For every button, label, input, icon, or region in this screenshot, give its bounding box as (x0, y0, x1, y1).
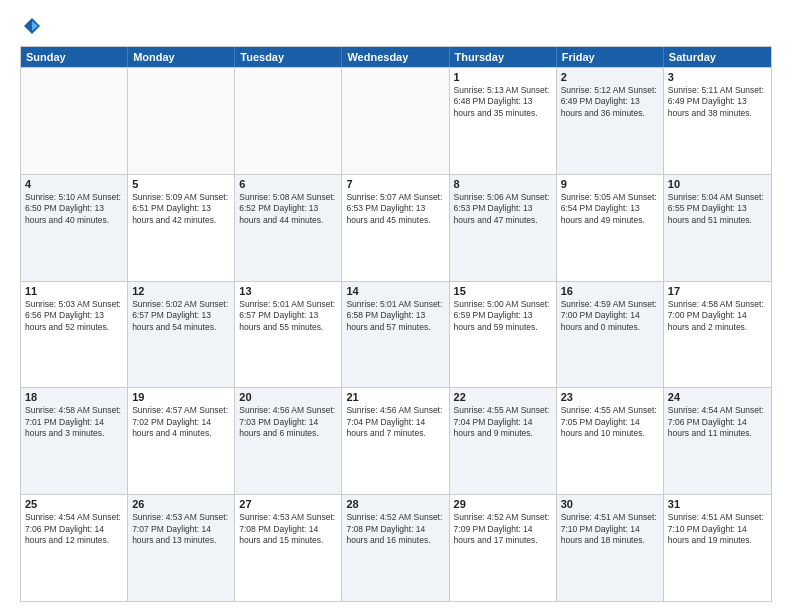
empty-cell-0-0 (21, 68, 128, 174)
empty-cell-0-3 (342, 68, 449, 174)
day-cell-22: 22Sunrise: 4:55 AM Sunset: 7:04 PM Dayli… (450, 388, 557, 494)
day-number: 7 (346, 178, 444, 190)
day-number: 21 (346, 391, 444, 403)
day-cell-30: 30Sunrise: 4:51 AM Sunset: 7:10 PM Dayli… (557, 495, 664, 601)
day-cell-2: 2Sunrise: 5:12 AM Sunset: 6:49 PM Daylig… (557, 68, 664, 174)
day-number: 27 (239, 498, 337, 510)
day-cell-26: 26Sunrise: 4:53 AM Sunset: 7:07 PM Dayli… (128, 495, 235, 601)
weekday-header-tuesday: Tuesday (235, 47, 342, 67)
day-info: Sunrise: 5:02 AM Sunset: 6:57 PM Dayligh… (132, 299, 230, 333)
day-number: 3 (668, 71, 767, 83)
day-info: Sunrise: 4:59 AM Sunset: 7:00 PM Dayligh… (561, 299, 659, 333)
day-cell-13: 13Sunrise: 5:01 AM Sunset: 6:57 PM Dayli… (235, 282, 342, 388)
day-info: Sunrise: 4:58 AM Sunset: 7:01 PM Dayligh… (25, 405, 123, 439)
day-info: Sunrise: 5:01 AM Sunset: 6:58 PM Dayligh… (346, 299, 444, 333)
day-number: 9 (561, 178, 659, 190)
day-cell-24: 24Sunrise: 4:54 AM Sunset: 7:06 PM Dayli… (664, 388, 771, 494)
day-number: 20 (239, 391, 337, 403)
weekday-header-sunday: Sunday (21, 47, 128, 67)
day-info: Sunrise: 4:55 AM Sunset: 7:04 PM Dayligh… (454, 405, 552, 439)
day-cell-18: 18Sunrise: 4:58 AM Sunset: 7:01 PM Dayli… (21, 388, 128, 494)
day-number: 6 (239, 178, 337, 190)
calendar: SundayMondayTuesdayWednesdayThursdayFrid… (20, 46, 772, 602)
day-cell-10: 10Sunrise: 5:04 AM Sunset: 6:55 PM Dayli… (664, 175, 771, 281)
day-number: 8 (454, 178, 552, 190)
day-info: Sunrise: 5:03 AM Sunset: 6:56 PM Dayligh… (25, 299, 123, 333)
day-info: Sunrise: 5:08 AM Sunset: 6:52 PM Dayligh… (239, 192, 337, 226)
day-cell-31: 31Sunrise: 4:51 AM Sunset: 7:10 PM Dayli… (664, 495, 771, 601)
day-info: Sunrise: 4:54 AM Sunset: 7:06 PM Dayligh… (25, 512, 123, 546)
day-number: 30 (561, 498, 659, 510)
day-cell-6: 6Sunrise: 5:08 AM Sunset: 6:52 PM Daylig… (235, 175, 342, 281)
day-cell-28: 28Sunrise: 4:52 AM Sunset: 7:08 PM Dayli… (342, 495, 449, 601)
weekday-header-friday: Friday (557, 47, 664, 67)
day-info: Sunrise: 5:11 AM Sunset: 6:49 PM Dayligh… (668, 85, 767, 119)
weekday-header-monday: Monday (128, 47, 235, 67)
day-info: Sunrise: 5:13 AM Sunset: 6:48 PM Dayligh… (454, 85, 552, 119)
day-info: Sunrise: 5:10 AM Sunset: 6:50 PM Dayligh… (25, 192, 123, 226)
calendar-row-2: 11Sunrise: 5:03 AM Sunset: 6:56 PM Dayli… (21, 281, 771, 388)
day-info: Sunrise: 5:07 AM Sunset: 6:53 PM Dayligh… (346, 192, 444, 226)
day-cell-29: 29Sunrise: 4:52 AM Sunset: 7:09 PM Dayli… (450, 495, 557, 601)
day-info: Sunrise: 4:52 AM Sunset: 7:09 PM Dayligh… (454, 512, 552, 546)
day-info: Sunrise: 5:09 AM Sunset: 6:51 PM Dayligh… (132, 192, 230, 226)
day-info: Sunrise: 5:04 AM Sunset: 6:55 PM Dayligh… (668, 192, 767, 226)
calendar-row-0: 1Sunrise: 5:13 AM Sunset: 6:48 PM Daylig… (21, 67, 771, 174)
day-number: 31 (668, 498, 767, 510)
day-cell-21: 21Sunrise: 4:56 AM Sunset: 7:04 PM Dayli… (342, 388, 449, 494)
day-number: 13 (239, 285, 337, 297)
logo-icon (22, 16, 42, 36)
empty-cell-0-2 (235, 68, 342, 174)
day-cell-1: 1Sunrise: 5:13 AM Sunset: 6:48 PM Daylig… (450, 68, 557, 174)
day-cell-20: 20Sunrise: 4:56 AM Sunset: 7:03 PM Dayli… (235, 388, 342, 494)
day-info: Sunrise: 4:52 AM Sunset: 7:08 PM Dayligh… (346, 512, 444, 546)
day-number: 4 (25, 178, 123, 190)
calendar-row-4: 25Sunrise: 4:54 AM Sunset: 7:06 PM Dayli… (21, 494, 771, 601)
day-number: 2 (561, 71, 659, 83)
day-cell-4: 4Sunrise: 5:10 AM Sunset: 6:50 PM Daylig… (21, 175, 128, 281)
day-number: 25 (25, 498, 123, 510)
day-info: Sunrise: 4:53 AM Sunset: 7:07 PM Dayligh… (132, 512, 230, 546)
day-number: 18 (25, 391, 123, 403)
day-cell-11: 11Sunrise: 5:03 AM Sunset: 6:56 PM Dayli… (21, 282, 128, 388)
day-number: 10 (668, 178, 767, 190)
day-number: 24 (668, 391, 767, 403)
day-cell-17: 17Sunrise: 4:58 AM Sunset: 7:00 PM Dayli… (664, 282, 771, 388)
day-cell-14: 14Sunrise: 5:01 AM Sunset: 6:58 PM Dayli… (342, 282, 449, 388)
day-cell-16: 16Sunrise: 4:59 AM Sunset: 7:00 PM Dayli… (557, 282, 664, 388)
day-info: Sunrise: 4:58 AM Sunset: 7:00 PM Dayligh… (668, 299, 767, 333)
header (20, 16, 772, 36)
day-info: Sunrise: 4:55 AM Sunset: 7:05 PM Dayligh… (561, 405, 659, 439)
day-info: Sunrise: 5:12 AM Sunset: 6:49 PM Dayligh… (561, 85, 659, 119)
day-info: Sunrise: 4:56 AM Sunset: 7:03 PM Dayligh… (239, 405, 337, 439)
day-cell-19: 19Sunrise: 4:57 AM Sunset: 7:02 PM Dayli… (128, 388, 235, 494)
day-number: 29 (454, 498, 552, 510)
day-info: Sunrise: 4:51 AM Sunset: 7:10 PM Dayligh… (668, 512, 767, 546)
day-number: 1 (454, 71, 552, 83)
calendar-header: SundayMondayTuesdayWednesdayThursdayFrid… (21, 47, 771, 67)
day-cell-3: 3Sunrise: 5:11 AM Sunset: 6:49 PM Daylig… (664, 68, 771, 174)
day-info: Sunrise: 4:51 AM Sunset: 7:10 PM Dayligh… (561, 512, 659, 546)
day-info: Sunrise: 4:53 AM Sunset: 7:08 PM Dayligh… (239, 512, 337, 546)
day-number: 28 (346, 498, 444, 510)
day-info: Sunrise: 4:54 AM Sunset: 7:06 PM Dayligh… (668, 405, 767, 439)
day-cell-12: 12Sunrise: 5:02 AM Sunset: 6:57 PM Dayli… (128, 282, 235, 388)
day-cell-23: 23Sunrise: 4:55 AM Sunset: 7:05 PM Dayli… (557, 388, 664, 494)
day-number: 5 (132, 178, 230, 190)
day-number: 16 (561, 285, 659, 297)
page: SundayMondayTuesdayWednesdayThursdayFrid… (0, 0, 792, 612)
day-cell-5: 5Sunrise: 5:09 AM Sunset: 6:51 PM Daylig… (128, 175, 235, 281)
day-number: 11 (25, 285, 123, 297)
day-info: Sunrise: 4:57 AM Sunset: 7:02 PM Dayligh… (132, 405, 230, 439)
day-number: 14 (346, 285, 444, 297)
weekday-header-saturday: Saturday (664, 47, 771, 67)
day-info: Sunrise: 5:06 AM Sunset: 6:53 PM Dayligh… (454, 192, 552, 226)
day-info: Sunrise: 5:05 AM Sunset: 6:54 PM Dayligh… (561, 192, 659, 226)
calendar-row-1: 4Sunrise: 5:10 AM Sunset: 6:50 PM Daylig… (21, 174, 771, 281)
day-cell-27: 27Sunrise: 4:53 AM Sunset: 7:08 PM Dayli… (235, 495, 342, 601)
weekday-header-thursday: Thursday (450, 47, 557, 67)
day-number: 12 (132, 285, 230, 297)
calendar-body: 1Sunrise: 5:13 AM Sunset: 6:48 PM Daylig… (21, 67, 771, 601)
day-cell-8: 8Sunrise: 5:06 AM Sunset: 6:53 PM Daylig… (450, 175, 557, 281)
day-number: 19 (132, 391, 230, 403)
